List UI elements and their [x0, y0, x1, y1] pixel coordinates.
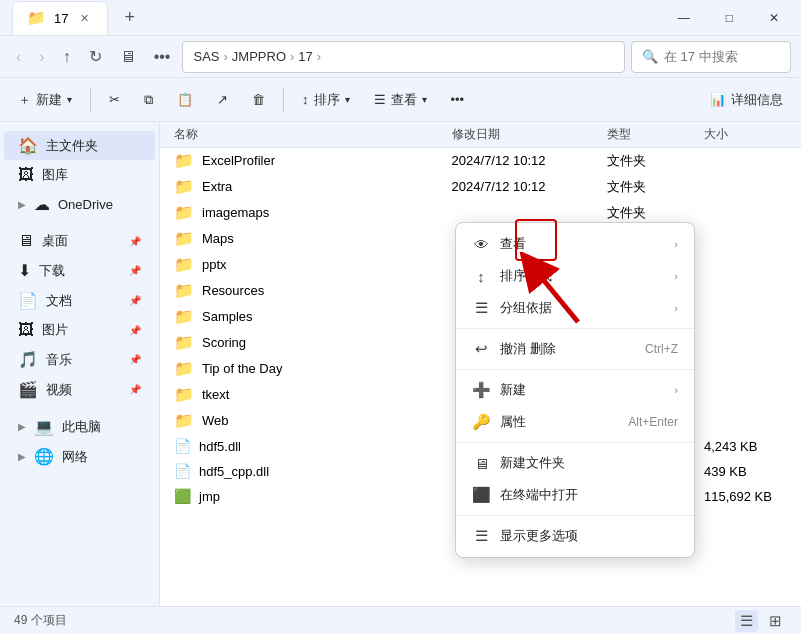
share-button[interactable]: ↗	[207, 87, 238, 112]
pictures-icon: 🖼	[18, 321, 34, 339]
add-tab-button[interactable]: +	[116, 5, 143, 30]
group-ctx-icon: ☰	[472, 299, 490, 317]
pin-icon-music: 📌	[129, 354, 141, 365]
ctx-item-sort[interactable]: ↕ 排序方式 ›	[456, 260, 694, 292]
sidebar-item-music[interactable]: 🎵 音乐 📌	[4, 345, 155, 374]
expand-icon-onedrive: ▶	[18, 199, 26, 210]
sidebar-item-network[interactable]: ▶ 🌐 网络	[4, 442, 155, 471]
table-row[interactable]: 📁Extra 2024/7/12 10:12 文件夹	[160, 174, 801, 200]
new-ctx-icon: ➕	[472, 381, 490, 399]
sidebar-item-downloads[interactable]: ⬇ 下载 📌	[4, 256, 155, 285]
up-button[interactable]: ↑	[57, 44, 77, 70]
details-label: 详细信息	[731, 91, 783, 109]
share-icon: ↗	[217, 92, 228, 107]
ctx-item-view[interactable]: 👁 查看 ›	[456, 228, 694, 260]
col-header-type[interactable]: 类型	[607, 126, 704, 143]
sidebar-item-pictures[interactable]: 🖼 图片 📌	[4, 316, 155, 344]
sidebar-label-gallery: 图库	[42, 166, 68, 184]
sidebar-label-videos: 视频	[46, 381, 72, 399]
file-area: 名称 修改日期 类型 大小 📁ExcelProfiler 2024/7/12 1…	[160, 122, 801, 606]
sidebar-item-onedrive[interactable]: ▶ ☁ OneDrive	[4, 190, 155, 219]
ctx-separator-1	[456, 328, 694, 329]
videos-icon: 🎬	[18, 380, 38, 399]
home-icon: 🏠	[18, 136, 38, 155]
ctx-item-terminal[interactable]: ⬛ 在终端中打开	[456, 479, 694, 511]
more-ctx-icon: ☰	[472, 527, 490, 545]
sidebar-item-documents[interactable]: 📄 文档 📌	[4, 286, 155, 315]
table-row[interactable]: 📁ExcelProfiler 2024/7/12 10:12 文件夹	[160, 148, 801, 174]
sidebar-item-home[interactable]: 🏠 主文件夹	[4, 131, 155, 160]
thispc-icon: 💻	[34, 417, 54, 436]
toolbar-separator-1	[90, 88, 91, 112]
tab-17[interactable]: 📁 17 ✕	[12, 1, 108, 35]
search-box[interactable]: 🔍	[631, 41, 791, 73]
delete-button[interactable]: 🗑	[242, 87, 275, 112]
close-button[interactable]: ✕	[759, 7, 789, 29]
title-bar-left: 📁 17 ✕ +	[12, 1, 143, 35]
more-button[interactable]: •••	[148, 44, 177, 70]
file-manager-icon[interactable]: 🖥	[114, 44, 142, 70]
ctx-item-more[interactable]: ☰ 显示更多选项	[456, 520, 694, 552]
new-button[interactable]: ＋ 新建 ▾	[8, 86, 82, 114]
ctx-item-properties[interactable]: 🔑 属性 Alt+Enter	[456, 406, 694, 438]
ctx-label-properties: 属性	[500, 413, 618, 431]
paste-button[interactable]: 📋	[167, 87, 203, 112]
properties-ctx-icon: 🔑	[472, 413, 490, 431]
sort-button[interactable]: ↕ 排序 ▾	[292, 86, 360, 114]
sidebar-item-videos[interactable]: 🎬 视频 📌	[4, 375, 155, 404]
ctx-item-new[interactable]: ➕ 新建 ›	[456, 374, 694, 406]
dll-icon: 📄	[174, 438, 191, 454]
maximize-button[interactable]: □	[716, 7, 743, 29]
view-button[interactable]: ☰ 查看 ▾	[364, 86, 437, 114]
details-button[interactable]: 📊 详细信息	[700, 86, 793, 114]
tab-folder-icon: 📁	[27, 9, 46, 27]
pin-icon-desktop: 📌	[129, 236, 141, 247]
ctx-item-newfolder[interactable]: 🖥 新建文件夹	[456, 447, 694, 479]
new-icon: ＋	[18, 91, 31, 109]
view-dropdown-icon: ▾	[422, 94, 427, 105]
breadcrumb[interactable]: SAS › JMPPRO › 17 ›	[182, 41, 625, 73]
sidebar-label-documents: 文档	[46, 292, 72, 310]
sort-label: 排序	[314, 91, 340, 109]
breadcrumb-sas[interactable]: SAS	[193, 49, 219, 64]
sidebar-item-desktop[interactable]: 🖥 桌面 📌	[4, 227, 155, 255]
list-view-button[interactable]: ☰	[735, 610, 758, 632]
sidebar-label-downloads: 下载	[39, 262, 65, 280]
folder-icon: 📁	[174, 203, 194, 222]
minimize-button[interactable]: —	[668, 7, 700, 29]
window-controls: — □ ✕	[668, 7, 789, 29]
back-button[interactable]: ‹	[10, 44, 27, 70]
ctx-item-undo[interactable]: ↩ 撤消 删除 Ctrl+Z	[456, 333, 694, 365]
folder-icon: 📁	[174, 307, 194, 326]
copy-button[interactable]: ⧉	[134, 87, 163, 113]
col-header-name[interactable]: 名称	[160, 126, 452, 143]
refresh-button[interactable]: ↻	[83, 43, 108, 70]
sidebar-label-music: 音乐	[46, 351, 72, 369]
documents-icon: 📄	[18, 291, 38, 310]
ctx-separator-4	[456, 515, 694, 516]
ctx-shortcut-properties: Alt+Enter	[628, 415, 678, 429]
sidebar-item-gallery[interactable]: 🖼 图库	[4, 161, 155, 189]
search-input[interactable]	[664, 49, 780, 64]
breadcrumb-jmppro[interactable]: JMPPRO	[232, 49, 286, 64]
cut-button[interactable]: ✂	[99, 87, 130, 112]
ctx-label-new: 新建	[500, 381, 664, 399]
desktop-icon: 🖥	[18, 232, 34, 250]
col-header-date[interactable]: 修改日期	[452, 126, 607, 143]
sidebar-item-thispc[interactable]: ▶ 💻 此电脑	[4, 412, 155, 441]
ctx-item-group[interactable]: ☰ 分组依据 ›	[456, 292, 694, 324]
col-header-size[interactable]: 大小	[704, 126, 801, 143]
main-area: 🏠 主文件夹 🖼 图库 ▶ ☁ OneDrive 🖥 桌面 📌 ⬇ 下载 📌 📄…	[0, 122, 801, 606]
newfolder-ctx-icon: 🖥	[472, 455, 490, 472]
breadcrumb-17[interactable]: 17	[298, 49, 312, 64]
grid-view-button[interactable]: ⊞	[764, 610, 787, 632]
forward-button[interactable]: ›	[33, 44, 50, 70]
ctx-shortcut-undo: Ctrl+Z	[645, 342, 678, 356]
tab-close-button[interactable]: ✕	[76, 10, 93, 27]
item-count: 49 个项目	[14, 612, 67, 629]
more-options-button[interactable]: •••	[441, 87, 475, 112]
view-toggle: ☰ ⊞	[735, 610, 787, 632]
app-icon: 🟩	[174, 488, 191, 504]
search-icon: 🔍	[642, 49, 658, 64]
context-menu: 👁 查看 › ↕ 排序方式 › ☰ 分组依据 › ↩ 撤消 删除 Ctrl+Z	[455, 222, 695, 558]
